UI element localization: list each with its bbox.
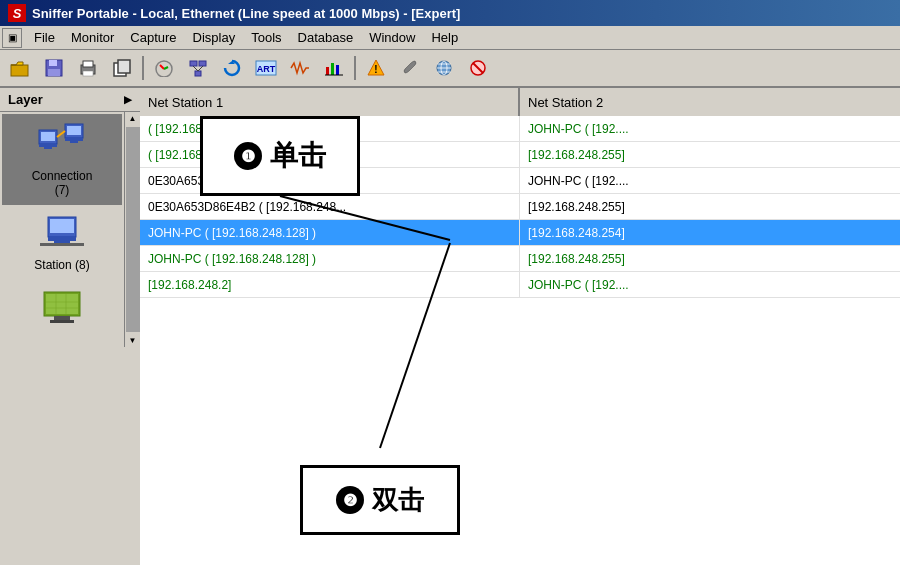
station-label: Station (8) — [34, 258, 89, 272]
scroll-thumb — [126, 127, 140, 332]
main-content: Layer ▶ — [0, 88, 900, 565]
right-panel: Net Station 1 Net Station 2 ( [192.168.2… — [140, 88, 900, 565]
callout-2-number: ❷ — [336, 486, 364, 514]
table-row[interactable]: JOHN-PC ( [192.168.248.128] ) [192.168.2… — [140, 246, 900, 272]
svg-line-15 — [198, 66, 203, 71]
svg-line-40 — [57, 131, 65, 137]
title-bar: S Sniffer Portable - Local, Ethernet (Li… — [0, 0, 900, 26]
toolbar-globe[interactable] — [428, 53, 460, 83]
toolbar-sep-1 — [142, 56, 144, 80]
sidebar-item-connection[interactable]: Connection(7) — [2, 114, 122, 205]
menu-file[interactable]: File — [26, 28, 63, 47]
svg-text:!: ! — [374, 64, 377, 75]
cell-station2: [192.168.248.255] — [520, 194, 900, 219]
svg-rect-42 — [48, 237, 76, 241]
menu-display[interactable]: Display — [185, 28, 244, 47]
menu-capture[interactable]: Capture — [122, 28, 184, 47]
toolbar-refresh[interactable] — [216, 53, 248, 83]
col-header-station1: Net Station 1 — [140, 88, 520, 116]
toolbar-ban[interactable] — [462, 53, 494, 83]
callout-2-text: 双击 — [372, 483, 424, 518]
svg-text:ART: ART — [257, 64, 276, 74]
callout-doubleclick: ❷ 双击 — [300, 465, 460, 535]
cell-station1: JOHN-PC ( [192.168.248.128] ) — [140, 220, 520, 245]
svg-rect-6 — [83, 61, 93, 67]
table-header: Net Station 1 Net Station 2 — [140, 88, 900, 116]
svg-rect-33 — [39, 144, 57, 147]
toolbar: ART ! — [0, 50, 900, 88]
toolbar-stats[interactable] — [318, 53, 350, 83]
svg-rect-9 — [118, 60, 130, 73]
app-icon: S — [8, 4, 26, 22]
svg-rect-39 — [67, 126, 81, 135]
cell-station1: JOHN-PC ( [192.168.248.128] ) — [140, 246, 520, 271]
sidebar-header-label: Layer — [8, 92, 43, 107]
col-header-station2: Net Station 2 — [520, 88, 900, 116]
menu-help[interactable]: Help — [423, 28, 466, 47]
sidebar-item-network[interactable] — [2, 282, 122, 345]
svg-line-14 — [193, 66, 198, 71]
cell-station1: 0E30A653D86E4B2 ( [192.168.248... — [140, 194, 520, 219]
toolbar-save[interactable] — [38, 53, 70, 83]
sidebar-content: Connection(7) Station (8) — [0, 112, 140, 347]
toolbar-sep-2 — [354, 56, 356, 80]
table-row[interactable]: [192.168.248.2] JOHN-PC ( [192.... — [140, 272, 900, 298]
menu-bar: ▣ File Monitor Capture Display Tools Dat… — [0, 26, 900, 50]
cell-station2: [192.168.248.255] — [520, 246, 900, 271]
toolbar-print[interactable] — [72, 53, 104, 83]
menu-monitor[interactable]: Monitor — [63, 28, 122, 47]
toolbar-alert[interactable]: ! — [360, 53, 392, 83]
station-icon — [40, 215, 84, 254]
sidebar-scrollbar[interactable]: ▲ ▼ — [124, 112, 140, 347]
svg-rect-3 — [49, 60, 57, 66]
svg-rect-13 — [195, 71, 201, 76]
svg-rect-52 — [54, 316, 70, 320]
cell-station2: JOHN-PC ( [192.... — [520, 116, 900, 141]
table-row[interactable]: 0E30A653D86E4B2 ( [192.168.248... [192.1… — [140, 194, 900, 220]
menu-icon: ▣ — [2, 28, 22, 48]
svg-rect-53 — [50, 320, 74, 323]
sidebar-item-station[interactable]: Station (8) — [2, 207, 122, 280]
svg-rect-38 — [70, 141, 78, 143]
svg-rect-21 — [336, 65, 339, 75]
toolbar-art[interactable]: ART — [250, 53, 282, 83]
svg-rect-45 — [40, 243, 84, 246]
svg-rect-44 — [50, 219, 74, 233]
callout-1-number: ❶ — [234, 142, 262, 170]
connection-icon — [37, 122, 87, 165]
svg-rect-12 — [199, 61, 206, 66]
cell-station2: [192.168.248.254] — [520, 220, 900, 245]
svg-rect-7 — [83, 71, 93, 76]
svg-marker-1 — [11, 62, 23, 65]
svg-rect-34 — [44, 147, 52, 149]
network-icon — [40, 290, 84, 333]
svg-rect-35 — [41, 132, 55, 141]
toolbar-wave[interactable] — [284, 53, 316, 83]
svg-rect-0 — [11, 65, 28, 76]
sidebar-header: Layer ▶ — [0, 88, 140, 112]
cell-station1: [192.168.248.2] — [140, 272, 520, 297]
sidebar-items: Connection(7) Station (8) — [0, 112, 124, 347]
svg-rect-20 — [331, 63, 334, 75]
title-text: Sniffer Portable - Local, Ethernet (Line… — [32, 6, 460, 21]
menu-window[interactable]: Window — [361, 28, 423, 47]
sidebar-expand-arrow[interactable]: ▶ — [124, 94, 132, 105]
scroll-down[interactable]: ▼ — [127, 334, 139, 347]
svg-rect-19 — [326, 67, 329, 75]
scroll-up[interactable]: ▲ — [127, 112, 139, 125]
toolbar-network[interactable] — [182, 53, 214, 83]
menu-database[interactable]: Database — [290, 28, 362, 47]
svg-rect-4 — [48, 69, 60, 76]
table-row-selected[interactable]: JOHN-PC ( [192.168.248.128] ) [192.168.2… — [140, 220, 900, 246]
cell-station2: JOHN-PC ( [192.... — [520, 272, 900, 297]
svg-rect-11 — [190, 61, 197, 66]
toolbar-copy[interactable] — [106, 53, 138, 83]
menu-tools[interactable]: Tools — [243, 28, 289, 47]
toolbar-open[interactable] — [4, 53, 36, 83]
connection-label: Connection(7) — [32, 169, 93, 197]
cell-station2: JOHN-PC ( [192.... — [520, 168, 900, 193]
toolbar-wrench[interactable] — [394, 53, 426, 83]
toolbar-dashboard[interactable] — [148, 53, 180, 83]
sidebar: Layer ▶ — [0, 88, 140, 565]
cell-station2: [192.168.248.255] — [520, 142, 900, 167]
